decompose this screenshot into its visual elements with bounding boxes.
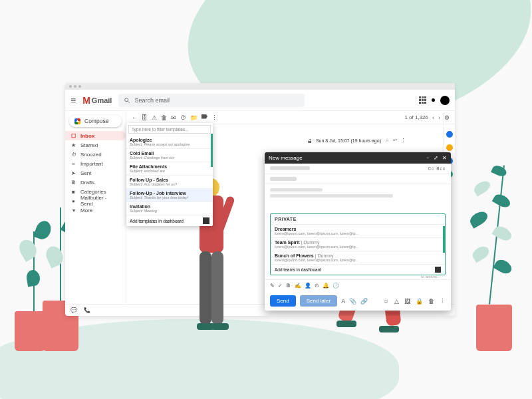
team-item[interactable]: Bunch of Flowers | Dummylorem@ipsum.com,… bbox=[271, 251, 445, 264]
image-icon[interactable]: 🖼 bbox=[404, 298, 410, 305]
team-item[interactable]: Dreamerslorem@ipsum.com, lorem@ipsum.com… bbox=[271, 224, 445, 237]
attach-icon[interactable]: 📎 bbox=[349, 298, 356, 305]
templates-footer[interactable]: Add templates in dashboard bbox=[126, 215, 213, 226]
template-icon[interactable]: 🗎 bbox=[286, 283, 291, 289]
star-icon[interactable]: ☆ bbox=[385, 138, 389, 143]
sidebar-item-more[interactable]: ▾More bbox=[65, 205, 126, 215]
cc-bcc-toggle[interactable]: Cc Bcc bbox=[428, 166, 446, 171]
template-item[interactable]: Follow Up - SalesSubject: Any Updates fo… bbox=[126, 176, 213, 189]
compose-actions: Send Send later A 📎 🔗 ☺ △ 🖼 🔒 🗑 ⋮ bbox=[265, 291, 451, 311]
delete-icon[interactable]: 🗑 bbox=[161, 114, 167, 121]
compose-window: New message −⤢✕ Cc Bcc PRIVATE bbox=[265, 152, 451, 311]
main-panel: ← 🗄 ⚠ 🗑 ✉ ⏱ 📁 ⋮ 1 of 1,326 ‹ › bbox=[126, 111, 455, 304]
search-icon bbox=[124, 97, 130, 104]
templates-filter-input[interactable]: Type here to filter templates... bbox=[128, 125, 211, 134]
subject-row[interactable] bbox=[265, 174, 451, 184]
activate-hint: to activat... bbox=[421, 275, 440, 279]
calendar-addon-icon[interactable] bbox=[446, 131, 453, 138]
sidebar-item-label: Inbox bbox=[80, 133, 94, 139]
expand-icon[interactable]: ⤢ bbox=[434, 155, 438, 161]
reply-icon[interactable]: ↩ bbox=[393, 138, 397, 143]
template-item[interactable]: Cold EmailSubject: Greetings from xxx bbox=[126, 149, 213, 162]
close-icon[interactable]: ✕ bbox=[442, 155, 447, 161]
sidebar-item-label: Starred bbox=[80, 142, 98, 148]
signature-icon[interactable]: ✍ bbox=[295, 283, 301, 289]
compose-body[interactable] bbox=[265, 184, 451, 211]
mail-toolbar: ← 🗄 ⚠ 🗑 ✉ ⏱ 📁 ⋮ 1 of 1,326 ‹ › bbox=[126, 111, 455, 124]
inbox-icon: ☐ bbox=[70, 133, 76, 139]
svg-line-1 bbox=[128, 101, 130, 103]
important-icon: » bbox=[70, 161, 76, 167]
prev-icon[interactable]: ‹ bbox=[432, 114, 434, 121]
back-icon[interactable]: ← bbox=[132, 114, 138, 121]
sidebar-item-starred[interactable]: ★Starred bbox=[65, 140, 126, 150]
sidebar-item-sent[interactable]: ➤Sent bbox=[65, 168, 126, 178]
minimize-icon[interactable]: − bbox=[426, 155, 430, 161]
sidebar-item-label: Categories bbox=[80, 189, 106, 195]
scrollbar[interactable] bbox=[211, 134, 213, 167]
categories-icon: ■ bbox=[70, 189, 76, 195]
send-button[interactable]: Send bbox=[270, 295, 296, 307]
recipients-row[interactable]: Cc Bcc bbox=[265, 164, 451, 174]
apps-grid-icon[interactable] bbox=[419, 96, 426, 104]
trash-icon[interactable]: 🗑 bbox=[428, 298, 434, 305]
report-icon[interactable]: ⚠ bbox=[152, 114, 157, 121]
compose-button[interactable]: Compose bbox=[69, 115, 122, 127]
snooze-icon[interactable]: ⏱ bbox=[180, 114, 186, 121]
sidebar-item-inbox[interactable]: ☐Inbox bbox=[65, 131, 126, 140]
note-icon[interactable]: ✎ bbox=[270, 283, 275, 289]
chat-icon[interactable]: 💬 bbox=[70, 307, 77, 313]
archive-icon[interactable]: 🗄 bbox=[142, 114, 148, 121]
clock-icon: ⏱ bbox=[70, 152, 76, 158]
team-item[interactable]: Team Spirit | Dummylorem@ipsum.com, lore… bbox=[271, 237, 445, 251]
template-item[interactable]: File AttachmentsSubject: enclosed are bbox=[126, 162, 213, 176]
mail-icon[interactable]: ✉ bbox=[171, 114, 176, 121]
template-item[interactable]: InvitationSubject: Meeting bbox=[126, 202, 213, 215]
templates-dropdown: Type here to filter templates... Apologi… bbox=[126, 123, 213, 226]
label-icon[interactable] bbox=[201, 114, 207, 119]
task-icon[interactable]: ✓ bbox=[278, 283, 283, 289]
account-avatar[interactable] bbox=[440, 96, 450, 105]
more-icon[interactable]: ⋮ bbox=[401, 138, 406, 143]
drafts-icon: 🗎 bbox=[70, 180, 76, 186]
teams-section-header: PRIVATE bbox=[271, 214, 445, 224]
sidebar-item-important[interactable]: »Important bbox=[65, 159, 126, 168]
dot-icon: ● bbox=[70, 198, 76, 204]
teams-footer[interactable]: Add teams in dashboard bbox=[271, 264, 445, 275]
format-icon[interactable]: A bbox=[341, 298, 345, 305]
notifications-icon[interactable] bbox=[432, 98, 435, 102]
printer-icon[interactable]: 🖨 bbox=[307, 138, 312, 143]
drive-icon[interactable]: △ bbox=[394, 298, 399, 305]
bell-icon[interactable]: 🔔 bbox=[323, 283, 329, 289]
next-icon[interactable]: › bbox=[438, 114, 440, 121]
scrollbar[interactable] bbox=[443, 226, 445, 253]
template-item[interactable]: Follow-Up - Job interviewSubject: Thanks… bbox=[126, 189, 213, 202]
sidebar-item-mailbutler[interactable]: ●Mailbutler - Send bbox=[65, 196, 126, 205]
hamburger-menu-icon[interactable]: ≡ bbox=[70, 95, 76, 106]
lock-icon[interactable]: 🔒 bbox=[416, 298, 423, 305]
template-item[interactable]: ApologizeSubject: Please accept out apol… bbox=[126, 136, 213, 149]
tracking-icon[interactable]: ⊙ bbox=[315, 283, 319, 289]
plant-pot bbox=[476, 305, 512, 351]
link-icon[interactable]: 🔗 bbox=[360, 298, 368, 305]
more-icon[interactable]: ⋮ bbox=[440, 298, 446, 305]
phone-icon[interactable]: 📞 bbox=[84, 307, 90, 313]
person-icon[interactable]: 👤 bbox=[305, 283, 311, 289]
compose-header[interactable]: New message −⤢✕ bbox=[265, 152, 451, 164]
sidebar-item-snoozed[interactable]: ⏱Snoozed bbox=[65, 150, 126, 159]
schedule-icon[interactable]: 🕑 bbox=[332, 283, 339, 289]
move-icon[interactable]: 📁 bbox=[190, 114, 198, 121]
sidebar-item-drafts[interactable]: 🗎Drafts bbox=[65, 178, 126, 187]
chevron-down-icon: ▾ bbox=[70, 207, 76, 213]
sidebar-item-label: Snoozed bbox=[80, 152, 102, 158]
open-dashboard-icon[interactable] bbox=[435, 267, 441, 273]
keep-addon-icon[interactable] bbox=[446, 144, 453, 151]
star-icon: ★ bbox=[70, 142, 76, 148]
sidebar: Compose ☐Inbox ★Starred ⏱Snoozed »Import… bbox=[65, 111, 126, 304]
send-later-button[interactable]: Send later bbox=[300, 295, 337, 307]
open-dashboard-icon[interactable] bbox=[203, 217, 209, 224]
sidebar-item-label: Sent bbox=[80, 170, 91, 176]
emoji-icon[interactable]: ☺ bbox=[383, 298, 389, 305]
search-input[interactable]: Search email bbox=[118, 94, 305, 107]
more-icon[interactable]: ⋮ bbox=[211, 114, 217, 121]
